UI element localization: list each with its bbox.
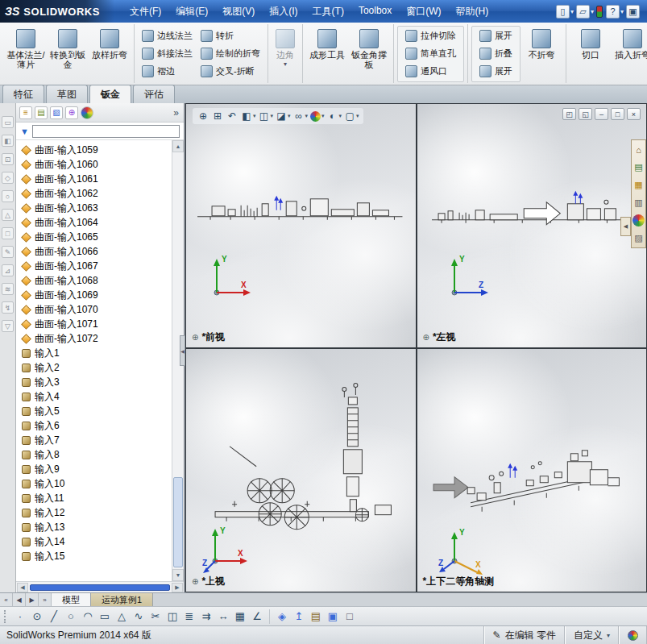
tree-item-import[interactable]: 输入5 <box>20 404 172 418</box>
status-sphere-icon[interactable] <box>628 630 638 641</box>
dock-tool-icon[interactable]: △ <box>2 209 14 221</box>
tree-item-import[interactable]: 输入6 <box>20 418 172 433</box>
dock-tool-icon[interactable]: ▭ <box>2 116 14 128</box>
dock-tool-icon[interactable]: ◧ <box>2 135 14 147</box>
convert-entities-icon[interactable]: ⇉ <box>198 609 214 625</box>
custom-properties-icon[interactable]: ▨ <box>632 232 645 244</box>
horizontal-scroll-thumb[interactable] <box>30 584 170 591</box>
rectangle-tool-icon[interactable]: ▭ <box>97 609 113 625</box>
menu-item[interactable]: 插入(I) <box>262 1 305 23</box>
featuremanager-tree-icon[interactable]: ≡ <box>19 106 32 119</box>
tree-item-import[interactable]: 输入9 <box>20 462 172 476</box>
tree-item-surface[interactable]: 曲面-输入1071 <box>20 317 172 331</box>
tree-item-import[interactable]: 输入3 <box>20 375 172 389</box>
tree-item-import[interactable]: 输入1 <box>20 346 172 360</box>
tree-item-surface[interactable]: 曲面-输入1061 <box>20 172 172 186</box>
trim-tool-icon[interactable]: ✂ <box>147 609 164 625</box>
scroll-left-arrow[interactable]: ◀ <box>17 583 28 592</box>
menu-item[interactable]: 编辑(E) <box>168 1 215 23</box>
view-orientation-icon[interactable]: ◫ ▾ <box>258 110 274 123</box>
tree-item-surface[interactable]: 曲面-输入1068 <box>20 273 172 288</box>
flatten-button[interactable]: 展开 <box>475 64 516 80</box>
section-view-icon[interactable]: ◧ ▾ <box>240 110 256 123</box>
configurationmanager-icon[interactable]: ▧ <box>50 106 63 119</box>
polygon-tool-icon[interactable]: △ <box>114 609 130 625</box>
customize-dropdown[interactable]: 自定义 ▾ <box>565 626 619 644</box>
viewport-left[interactable]: Y Z ⊕ *左视 <box>417 104 647 347</box>
close-icon[interactable]: × <box>627 108 641 120</box>
dock-tool-icon[interactable]: ⊡ <box>2 153 14 165</box>
propertymanager-icon[interactable]: ▤ <box>35 106 48 119</box>
help-icon[interactable]: ? ▾ <box>606 5 624 19</box>
miter-flange-button[interactable]: 斜接法兰 <box>138 46 197 62</box>
menu-item[interactable]: Toolbox <box>351 1 399 23</box>
minimize-icon[interactable]: – <box>595 108 608 120</box>
corner-button[interactable]: 边角 ▾ <box>272 26 299 82</box>
appearances-icon[interactable] <box>632 214 645 226</box>
dimension-tool-icon[interactable]: ↔ <box>215 609 231 625</box>
dock-tool-icon[interactable]: □ <box>2 227 14 239</box>
tree-item-import[interactable]: 输入4 <box>20 389 172 404</box>
hide-show-items-icon[interactable]: ∞ ▾ <box>292 110 309 123</box>
dock-tool-icon[interactable]: ◇ <box>2 172 14 184</box>
angle-dimension-icon[interactable]: ∠ <box>249 609 265 625</box>
tree-item-import[interactable]: 输入15 <box>20 549 172 563</box>
cross-break-button[interactable]: 交叉-折断 <box>197 64 264 80</box>
wireframe-box-icon[interactable]: □ <box>342 609 358 625</box>
tree-item-surface[interactable]: 曲面-输入1066 <box>20 244 172 259</box>
dimxpertmanager-icon[interactable]: ⊕ <box>65 106 78 119</box>
new-document-icon[interactable]: ▯ ▾ <box>556 5 574 19</box>
tab-model[interactable]: 模型 <box>52 593 91 606</box>
file-explorer-icon[interactable]: ▦ <box>632 179 645 191</box>
forming-tool-button[interactable]: 成形工具 <box>306 26 348 82</box>
previous-view-icon[interactable]: ↶ <box>226 110 238 123</box>
tree-item-surface[interactable]: 曲面-输入1059 <box>20 143 172 157</box>
tree-item-import[interactable]: 输入11 <box>20 491 172 505</box>
unfold-button[interactable]: 展开 <box>475 28 516 44</box>
viewport-isometric[interactable]: Y X Z *上下二等角轴测 <box>417 349 647 592</box>
rip-button[interactable]: 切口 <box>570 26 612 82</box>
viewport-top[interactable]: Y X Z ⊕ *上视 <box>186 349 416 592</box>
sheet-metal-gusset-button[interactable]: 钣金角撑板 <box>348 26 390 82</box>
tree-item-surface[interactable]: 曲面-输入1067 <box>20 259 172 273</box>
scroll-down-arrow[interactable]: ▼ <box>172 569 184 581</box>
zoom-area-icon[interactable]: ⊞ <box>211 110 224 123</box>
shaded-cube-icon[interactable]: ▣ <box>325 609 341 625</box>
tree-filter-input[interactable] <box>32 125 180 138</box>
base-flange-button[interactable]: 基体法兰/薄片 <box>5 26 47 82</box>
edit-appearance-icon[interactable]: ▾ <box>309 110 325 123</box>
tab-motion-study[interactable]: 运动算例1 <box>91 593 153 606</box>
point-tool-icon[interactable]: · <box>12 609 28 625</box>
panel-overflow-chevron[interactable]: » <box>172 107 180 118</box>
mirror-tool-icon[interactable]: ◫ <box>164 609 180 625</box>
vertical-scroll-thumb[interactable] <box>173 477 183 567</box>
restore-viewport-icon[interactable]: ◰ <box>562 108 576 120</box>
view-palette-icon[interactable]: ▥ <box>632 197 645 209</box>
viewport-front[interactable]: Y X ⊕ *前视 <box>186 104 416 347</box>
vent-button[interactable]: 通风口 <box>401 64 460 80</box>
fold-button[interactable]: 折叠 <box>475 46 516 62</box>
design-library-icon[interactable]: ▤ <box>632 161 645 173</box>
fullscreen-icon[interactable]: ▣ <box>626 5 641 19</box>
offset-tool-icon[interactable]: ≣ <box>181 609 197 625</box>
tree-item-import[interactable]: 输入7 <box>20 433 172 447</box>
tree-item-surface[interactable]: 曲面-输入1060 <box>20 157 172 172</box>
tree-item-surface[interactable]: 曲面-输入1065 <box>20 230 172 244</box>
tab-evaluate[interactable]: 评估 <box>133 85 175 103</box>
rebuild-indicator-icon[interactable] <box>596 6 603 18</box>
menu-item[interactable]: 窗口(W) <box>399 1 448 23</box>
panel-collapse-handle[interactable]: ◀ <box>180 335 185 366</box>
jog-button[interactable]: 转折 <box>197 28 264 44</box>
maximize-icon[interactable]: □ <box>611 108 624 120</box>
tree-item-surface[interactable]: 曲面-输入1062 <box>20 186 172 201</box>
tree-item-import[interactable]: 输入10 <box>20 476 172 491</box>
task-pane-collapse-arrow[interactable]: ◀ <box>620 217 631 236</box>
tree-item-import[interactable]: 输入14 <box>20 534 172 549</box>
isometric-cube-icon[interactable]: ◈ <box>274 609 290 625</box>
scroll-up-arrow[interactable]: ▲ <box>172 140 184 152</box>
open-icon[interactable]: ▱ ▾ <box>576 5 594 19</box>
tree-item-import[interactable]: 输入8 <box>20 447 172 462</box>
tab-nav-arrow[interactable]: « <box>0 593 13 606</box>
arc-tool-icon[interactable]: ◠ <box>80 609 96 625</box>
tree-item-surface[interactable]: 曲面-输入1069 <box>20 288 172 302</box>
